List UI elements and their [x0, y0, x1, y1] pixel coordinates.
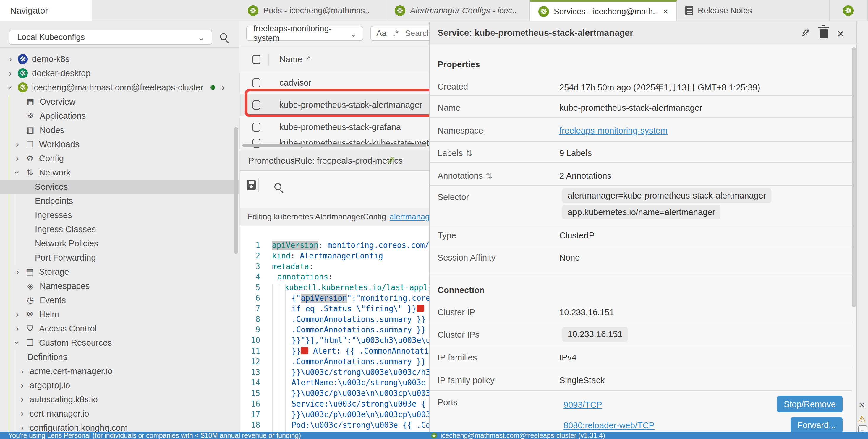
line-number: 14 [240, 377, 260, 388]
chevron-right-icon: › [14, 139, 21, 149]
sidebar-item-argoproj[interactable]: › argoproj.io [0, 378, 240, 392]
tab-services[interactable]: ☸ Services - icecheng@math... × [530, 0, 677, 21]
tab-release-notes[interactable]: Release Notes [677, 0, 829, 21]
close-icon[interactable]: × [837, 27, 844, 40]
search-icon[interactable] [220, 33, 227, 40]
chevron-right-icon: › [7, 54, 13, 64]
divider [430, 323, 852, 324]
alertmanager-config-link[interactable]: alertmanager [390, 212, 429, 222]
namespace-icon: ◈ [25, 281, 35, 291]
delete-icon[interactable] [819, 29, 828, 38]
line-number: 6 [240, 293, 260, 303]
sidebar-item-applications[interactable]: ❖ Applications [0, 109, 240, 123]
services-list-pane: freeleaps-monitoring-system ⌄ Aa .* Sear… [240, 21, 429, 432]
row-label: Created [438, 82, 468, 92]
chevron-right-icon[interactable]: › [222, 83, 224, 92]
horizontal-scrollbar[interactable] [242, 143, 426, 147]
chevron-down-icon: › [12, 169, 23, 176]
edit-pencil-icon[interactable]: ✎ [387, 155, 395, 167]
network-arrows-icon: ⇅ [25, 168, 35, 177]
namespace-selector[interactable]: freeleaps-monitoring-system ⌄ [246, 26, 363, 41]
sidebar-item-port-forwarding[interactable]: Port Forwarding [0, 250, 240, 265]
regex-icon[interactable]: .* [393, 29, 399, 38]
row-checkbox[interactable] [252, 78, 260, 88]
sidebar-item-helm[interactable]: › ☸ Helm [0, 307, 240, 322]
sidebar-item-freeleaps-cluster[interactable]: › ☸ icecheng@mathmast.com@freeleaps-clus… [0, 80, 240, 95]
selector-badge: app.kubernetes.io/name=alertmanager [562, 205, 720, 220]
yaml-editor[interactable]: 1apiVersion: monitoring.coreos.com/v1 2k… [240, 226, 429, 432]
sidebar-item-overview[interactable]: ▦ Overview [0, 95, 240, 109]
close-tab-icon[interactable]: × [663, 6, 668, 16]
sidebar-item-ingress-classes[interactable]: Ingress Classes [0, 222, 240, 236]
kubernetes-icon: ☸ [538, 6, 549, 17]
table-row-cadvisor[interactable]: cadvisor [240, 72, 429, 94]
line-number: 13 [240, 367, 260, 377]
column-header-name[interactable]: Name [279, 55, 302, 64]
sidebar-item-services[interactable]: Services [0, 180, 240, 194]
sidebar-item-events[interactable]: ◷ Events [0, 293, 240, 307]
editor-search-icon[interactable] [274, 183, 281, 190]
kubernetes-icon: ☸ [431, 433, 437, 438]
save-icon[interactable] [247, 180, 256, 190]
code-text: metadata: [272, 261, 314, 272]
sidebar-item-config[interactable]: › ⚙ Config [0, 151, 240, 165]
dismiss-icon[interactable]: × [859, 399, 864, 410]
sidebar-item-nodes[interactable]: ▥ Nodes [0, 123, 240, 137]
prometheusrule-bar[interactable]: PrometheusRule: freepeals-prod-metrics ✎ [240, 151, 429, 171]
port-link-8080[interactable]: 8080:reloader-web/TCP [563, 421, 655, 431]
sidebar-item-network-policies[interactable]: Network Policies [0, 236, 240, 250]
row-label: IP families [438, 353, 477, 363]
line-number: 2 [240, 250, 260, 261]
match-case-icon[interactable]: Aa [376, 29, 386, 38]
select-all-checkbox[interactable] [252, 55, 260, 64]
code-text: }}\u003c/p\u003e\n\u003cp\u003 [291, 409, 429, 420]
search-input[interactable]: Aa .* Search [370, 26, 429, 41]
sidebar-item-endpoints[interactable]: Endpoints [0, 194, 240, 208]
sidebar-item-workloads[interactable]: › ❒ Workloads [0, 137, 240, 151]
tab-partial[interactable]: ☸ [829, 0, 868, 21]
row-label: Session Affinity [438, 253, 495, 263]
divider [430, 225, 852, 225]
sidebar-item-docker-desktop[interactable]: › ☸ docker-desktop [0, 66, 240, 80]
row-value: 9 Labels [559, 148, 592, 158]
divider [258, 178, 259, 192]
sidebar-item-namespaces[interactable]: ◈ Namespaces [0, 279, 240, 293]
namespace-link[interactable]: freeleaps-monitoring-system [559, 126, 668, 136]
tab-alertmanager-configs[interactable]: ☸ Alertmanager Configs - icec... [386, 0, 530, 21]
sidebar-item-configuration-konghq[interactable]: › configuration.konghq.com [0, 421, 240, 432]
sidebar-item-ingresses[interactable]: Ingresses [0, 208, 240, 222]
kubeconfig-selector[interactable]: Local Kubeconfigs ⌄ [9, 30, 212, 45]
sort-asc-icon[interactable]: ^ [307, 55, 310, 64]
stop-remove-button[interactable]: Stop/Remove [777, 396, 843, 412]
sidebar-item-access-control[interactable]: › ⛉ Access Control [0, 322, 240, 336]
sidebar: Local Kubeconfigs ⌄ › ☸ demo-k8s › ☸ doc… [0, 21, 240, 432]
sidebar-item-network[interactable]: › ⇅ Network [0, 165, 240, 180]
code-text: Pod:\u003c/strong\u003e {{ .Co [291, 420, 429, 431]
siren-emoji [301, 347, 308, 354]
sidebar-item-definitions[interactable]: Definitions [0, 350, 240, 364]
forward-button[interactable]: Forward... [790, 417, 843, 432]
tab-label: Services - icecheng@math... [554, 7, 656, 16]
tab-pods[interactable]: ☸ Pods - icecheng@mathmas... [240, 0, 386, 21]
sidebar-item-demo-k8s[interactable]: › ☸ demo-k8s [0, 52, 240, 66]
sort-icon[interactable]: ⇅ [486, 172, 492, 180]
sidebar-scrollbar[interactable] [234, 127, 238, 254]
chevron-down-icon: › [5, 84, 16, 91]
prometheusrule-title: PrometheusRule: freepeals-prod-metrics [248, 156, 403, 166]
sidebar-item-storage[interactable]: › ▤ Storage [0, 265, 240, 279]
edit-icon[interactable]: ✎ [801, 27, 810, 40]
kubernetes-icon: ☸ [248, 5, 258, 16]
sidebar-item-acme-cert-manager[interactable]: › acme.cert-manager.io [0, 364, 240, 378]
drawer-scrollbar[interactable] [852, 47, 856, 307]
sidebar-item-autoscaling[interactable]: › autoscaling.k8s.io [0, 392, 240, 406]
row-checkbox[interactable] [252, 100, 260, 110]
sidebar-item-cert-manager[interactable]: › cert-manager.io [0, 406, 240, 421]
table-row-alertmanager[interactable]: kube-prometheus-stack-alertmanager [240, 94, 429, 116]
cluster-context[interactable]: icecheng@mathmast.com@freeleaps-cluster … [440, 432, 605, 439]
code-text: .CommonAnnotations.summary }} - [291, 356, 429, 367]
sort-icon[interactable]: ⇅ [466, 149, 472, 158]
table-row-grafana[interactable]: kube-prometheus-stack-grafana [240, 116, 429, 138]
port-link-9093[interactable]: 9093/TCP [563, 400, 602, 410]
row-checkbox[interactable] [252, 123, 260, 132]
sidebar-item-custom-resources[interactable]: › ❑ Custom Resources [0, 336, 240, 350]
